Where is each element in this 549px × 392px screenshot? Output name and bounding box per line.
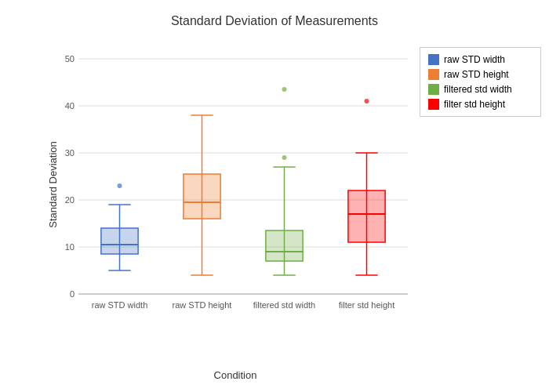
svg-text:50: 50 xyxy=(65,54,75,64)
svg-text:20: 20 xyxy=(65,195,75,205)
chart-svg: 01020304050raw STD widthraw STD heightfi… xyxy=(55,39,416,329)
chart-area: 01020304050raw STD widthraw STD heightfi… xyxy=(55,39,416,329)
legend-label: filtered std width xyxy=(444,84,512,95)
svg-text:raw STD width: raw STD width xyxy=(92,300,148,310)
svg-text:30: 30 xyxy=(65,148,75,158)
svg-rect-23 xyxy=(184,174,220,219)
svg-point-39 xyxy=(365,99,369,103)
legend-color-box xyxy=(428,54,439,65)
svg-text:0: 0 xyxy=(70,289,75,299)
legend-color-box xyxy=(428,69,439,80)
svg-text:10: 10 xyxy=(65,242,75,252)
svg-rect-37 xyxy=(348,191,385,242)
legend: raw STD widthraw STD heightfiltered std … xyxy=(420,47,541,117)
svg-point-18 xyxy=(118,183,122,188)
chart-title: Standard Deviation of Measurements xyxy=(0,0,549,28)
svg-rect-16 xyxy=(101,228,138,254)
legend-label: raw STD width xyxy=(444,54,505,65)
legend-label: raw STD height xyxy=(444,69,509,80)
legend-item: raw STD width xyxy=(428,54,533,65)
svg-text:filtered std width: filtered std width xyxy=(253,300,315,310)
legend-color-box xyxy=(428,99,439,110)
svg-rect-29 xyxy=(266,230,303,261)
legend-item: filtered std width xyxy=(428,84,533,95)
svg-point-32 xyxy=(282,87,287,92)
legend-label: filter std height xyxy=(444,99,505,110)
svg-text:40: 40 xyxy=(65,101,75,111)
svg-text:raw STD height: raw STD height xyxy=(173,300,232,310)
legend-color-box xyxy=(428,84,439,95)
chart-container: Standard Deviation of Measurements Stand… xyxy=(0,0,549,392)
svg-point-31 xyxy=(282,155,287,160)
legend-item: raw STD height xyxy=(428,69,533,80)
x-axis-label: Condition xyxy=(55,369,416,381)
svg-text:filter std height: filter std height xyxy=(339,300,395,310)
legend-item: filter std height xyxy=(428,99,533,110)
